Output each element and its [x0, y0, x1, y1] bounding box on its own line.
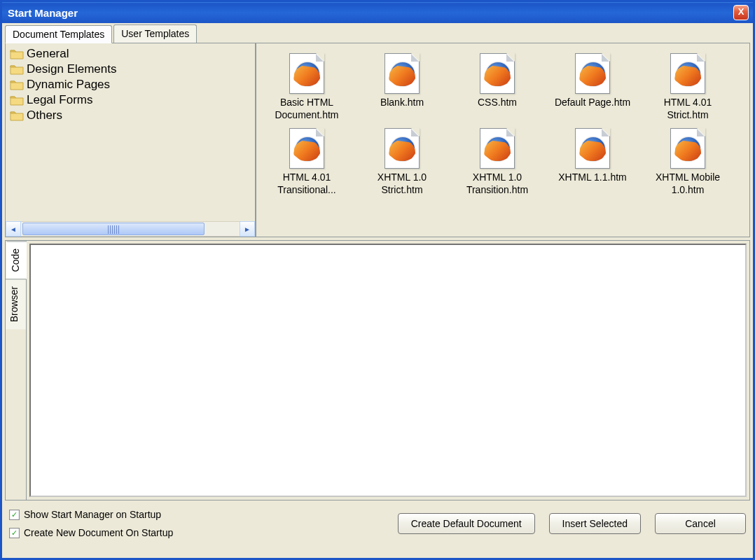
- folder-label: Design Elements: [27, 62, 117, 76]
- document-icon: [385, 128, 420, 169]
- document-icon: [289, 128, 324, 169]
- template-label: XHTML 1.1.htm: [550, 172, 635, 184]
- checkbox-icon[interactable]: ✓: [9, 528, 20, 538]
- bottom-bar: ✓ Show Start Manager on Startup ✓ Create…: [2, 503, 753, 544]
- template-default-page[interactable]: Default Page.htm: [550, 53, 635, 121]
- preview-panel: Code Browser: [5, 240, 750, 500]
- template-label: XHTML Mobile 1.0.htm: [646, 172, 730, 196]
- template-xhtml10-transition[interactable]: XHTML 1.0 Transition.htm: [455, 128, 539, 196]
- folder-label: Others: [27, 108, 62, 122]
- top-panel: General Design Elements Dynamic Pages: [5, 43, 750, 237]
- firefox-icon: [486, 137, 510, 161]
- firefox-icon: [391, 62, 415, 86]
- firefox-icon: [677, 137, 700, 161]
- template-xhtml10-strict[interactable]: XHTML 1.0 Strict.htm: [360, 128, 444, 196]
- checkbox-show-on-startup[interactable]: ✓ Show Start Manager on Startup: [9, 509, 384, 520]
- template-label: HTML 4.01 Transitional...: [265, 172, 349, 196]
- template-label: Default Page.htm: [550, 97, 635, 109]
- folder-general[interactable]: General: [8, 46, 252, 62]
- folder-legal-forms[interactable]: Legal Forms: [8, 92, 252, 108]
- document-icon: [480, 53, 515, 94]
- document-icon: [289, 53, 324, 94]
- folder-icon: [10, 64, 24, 75]
- folder-label: Legal Forms: [27, 93, 92, 107]
- firefox-icon: [581, 62, 605, 86]
- start-manager-window: Start Manager X Document Templates User …: [0, 0, 755, 560]
- cancel-button[interactable]: Cancel: [655, 513, 746, 534]
- document-icon: [670, 53, 705, 94]
- template-css[interactable]: CSS.htm: [455, 53, 539, 121]
- insert-selected-button[interactable]: Insert Selected: [549, 513, 641, 534]
- close-button[interactable]: X: [733, 5, 749, 20]
- folder-icon: [10, 48, 24, 59]
- checkbox-label: Show Start Manager on Startup: [24, 509, 161, 520]
- document-icon: [480, 128, 515, 169]
- vtab-code[interactable]: Code: [6, 241, 27, 279]
- preview-pane: [29, 244, 747, 497]
- scroll-thumb[interactable]: [22, 223, 205, 235]
- chevron-left-icon: ◄: [10, 225, 17, 233]
- tab-document-templates[interactable]: Document Templates: [5, 25, 112, 43]
- firefox-icon: [391, 137, 415, 161]
- template-xhtml11[interactable]: XHTML 1.1.htm: [550, 128, 635, 196]
- template-label: CSS.htm: [455, 97, 539, 109]
- folder-others[interactable]: Others: [8, 108, 252, 123]
- preview-tab-col: Code Browser: [6, 241, 27, 500]
- folder-label: Dynamic Pages: [27, 78, 110, 92]
- create-default-button[interactable]: Create Default Document: [398, 513, 535, 534]
- scroll-right-button[interactable]: ►: [240, 221, 255, 237]
- template-blank[interactable]: Blank.htm: [360, 53, 444, 121]
- checkbox-create-new-doc[interactable]: ✓ Create New Document On Startup: [9, 527, 384, 538]
- checkbox-label: Create New Document On Startup: [24, 527, 173, 538]
- titlebar: Start Manager X: [2, 2, 753, 23]
- template-html401-transitional[interactable]: HTML 4.01 Transitional...: [265, 128, 349, 196]
- folder-icon: [10, 110, 24, 121]
- template-label: HTML 4.01 Strict.htm: [646, 97, 730, 121]
- template-label: XHTML 1.0 Strict.htm: [360, 172, 444, 196]
- template-label: Blank.htm: [360, 97, 444, 109]
- vtab-browser[interactable]: Browser: [6, 279, 26, 329]
- sidebar-hscroll: ◄ ►: [6, 221, 255, 237]
- firefox-icon: [296, 137, 319, 161]
- folder-icon: [10, 94, 24, 106]
- template-label: XHTML 1.0 Transition.htm: [455, 172, 539, 196]
- firefox-icon: [581, 137, 605, 161]
- firefox-icon: [486, 62, 510, 86]
- template-html401-strict[interactable]: HTML 4.01 Strict.htm: [646, 53, 730, 121]
- folder-label: General: [27, 47, 69, 61]
- document-icon: [575, 128, 610, 169]
- chevron-right-icon: ►: [244, 225, 251, 233]
- template-label: Basic HTML Document.htm: [265, 97, 349, 121]
- folder-list: General Design Elements Dynamic Pages: [6, 43, 255, 221]
- folder-sidebar: General Design Elements Dynamic Pages: [6, 43, 256, 237]
- tab-row: Document Templates User Templates: [2, 23, 753, 43]
- close-icon: X: [738, 6, 744, 17]
- folder-design-elements[interactable]: Design Elements: [8, 62, 252, 77]
- document-icon: [575, 53, 610, 94]
- document-icon: [385, 53, 420, 94]
- scroll-left-button[interactable]: ◄: [6, 221, 21, 237]
- firefox-icon: [677, 62, 700, 86]
- template-xhtml-mobile[interactable]: XHTML Mobile 1.0.htm: [646, 128, 730, 196]
- template-grid: Basic HTML Document.htm Blank.htm CSS.ht…: [256, 43, 749, 237]
- folder-dynamic-pages[interactable]: Dynamic Pages: [8, 77, 252, 92]
- document-icon: [670, 128, 705, 169]
- tab-user-templates[interactable]: User Templates: [113, 24, 197, 43]
- folder-icon: [10, 79, 24, 90]
- firefox-icon: [296, 62, 319, 86]
- options-col: ✓ Show Start Manager on Startup ✓ Create…: [9, 509, 384, 538]
- template-basic-html[interactable]: Basic HTML Document.htm: [265, 53, 349, 121]
- checkbox-icon[interactable]: ✓: [9, 510, 20, 520]
- window-title: Start Manager: [6, 7, 733, 19]
- scroll-track[interactable]: [21, 221, 240, 237]
